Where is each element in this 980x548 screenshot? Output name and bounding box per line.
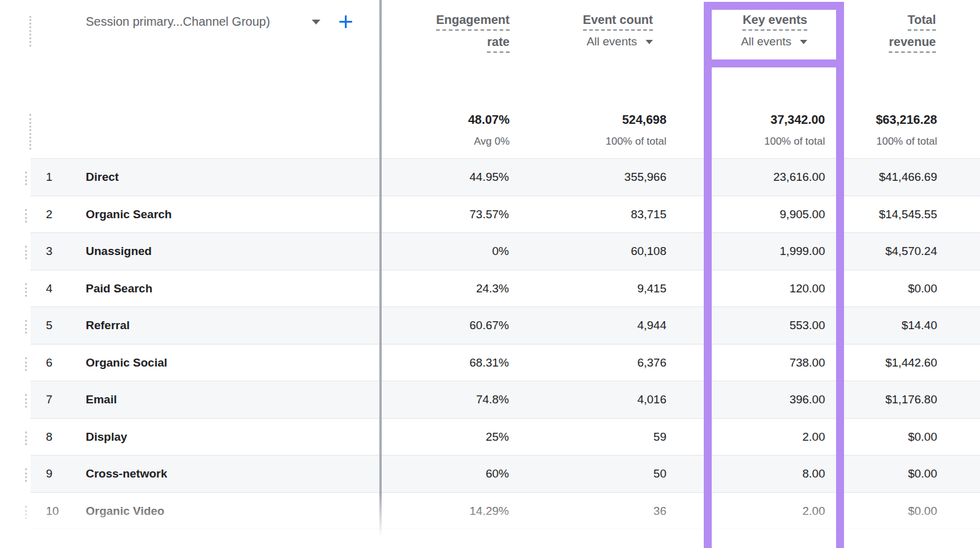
row-index: 2	[46, 196, 53, 233]
total-subtext: 100% of total	[876, 135, 937, 148]
engagement-rate-value: 68.31%	[470, 344, 509, 381]
channel-name: Unassigned	[86, 233, 152, 270]
row-index: 6	[46, 344, 53, 381]
engagement-rate-value: 44.95%	[470, 159, 509, 196]
column-header-label[interactable]: Engagement	[436, 13, 510, 31]
key-events-value: 9,905.00	[780, 196, 825, 233]
total-revenue-value: $4,570.24	[885, 233, 937, 270]
column-header-total-revenue[interactable]: Total revenue	[889, 13, 936, 57]
channel-name: Paid Search	[86, 270, 153, 307]
channel-name: Organic Search	[86, 196, 172, 233]
column-header-label[interactable]: revenue	[889, 35, 936, 53]
totals-event-count: 524,698 100% of total	[606, 113, 666, 148]
event-count-value: 59	[654, 419, 666, 455]
total-revenue-value: $1,176.80	[885, 381, 937, 418]
crop-artifact-dashes	[25, 394, 27, 408]
total-subtext: Avg 0%	[468, 135, 510, 148]
highlight-bar-right	[836, 67, 844, 548]
engagement-rate-value: 60.67%	[470, 307, 509, 344]
ga4-traffic-acquisition-table: Session primary...Channel Group) Engagem…	[0, 0, 980, 548]
totals-engagement-rate: 48.07% Avg 0%	[468, 113, 510, 148]
engagement-rate-value: 24.3%	[476, 270, 509, 307]
total-value: 37,342.00	[764, 113, 825, 127]
key-events-value: 120.00	[790, 270, 825, 307]
key-events-value: 1,999.00	[780, 233, 825, 270]
event-count-value: 60,108	[631, 233, 666, 270]
engagement-rate-value: 25%	[486, 419, 509, 455]
engagement-rate-value: 0%	[492, 233, 509, 270]
channel-name: Direct	[86, 159, 119, 196]
crop-artifact-dashes	[25, 283, 27, 297]
dimension-header-session-primary-channel-group[interactable]: Session primary...Channel Group)	[86, 15, 270, 29]
total-revenue-value: $14,545.55	[879, 196, 937, 233]
crop-artifact-dashes	[29, 16, 31, 47]
caret-down-icon	[646, 40, 653, 44]
highlight-box-key-events-header	[704, 2, 844, 67]
crop-artifact-dashes	[25, 320, 27, 333]
crop-artifact-dashes	[25, 172, 27, 185]
total-value: 524,698	[606, 113, 666, 127]
total-revenue-value: $0.00	[908, 270, 937, 307]
event-count-value: 9,415	[637, 270, 666, 307]
total-revenue-value: $0.00	[908, 419, 937, 455]
event-count-value: 83,715	[631, 196, 666, 233]
highlight-bar-left	[704, 67, 712, 548]
column-header-engagement-rate[interactable]: Engagement rate	[436, 13, 510, 57]
row-index: 8	[46, 419, 53, 455]
add-dimension-button[interactable]	[339, 15, 352, 28]
total-revenue-value: $14.40	[902, 307, 937, 344]
channel-name: Referral	[86, 307, 130, 344]
crop-artifact-dashes	[25, 209, 27, 223]
key-events-value: 2.00	[802, 419, 825, 455]
engagement-rate-value: 60%	[486, 455, 509, 492]
key-events-value: 738.00	[790, 344, 825, 381]
event-count-value: 355,966	[624, 159, 666, 196]
row-index: 1	[46, 159, 53, 196]
crop-artifact-dashes	[25, 468, 27, 482]
total-value: 48.07%	[468, 113, 510, 127]
key-events-value: 553.00	[790, 307, 825, 344]
key-events-value: 8.00	[802, 455, 825, 492]
crop-artifact-dashes	[29, 114, 31, 150]
row-index: 4	[46, 270, 53, 307]
event-count-value: 50	[654, 455, 666, 492]
channel-name: Display	[86, 419, 127, 455]
totals-key-events: 37,342.00 100% of total	[764, 113, 825, 148]
row-index: 5	[46, 307, 53, 344]
column-header-label[interactable]: rate	[487, 35, 510, 53]
column-header-label[interactable]: Event count	[583, 13, 653, 31]
engagement-rate-value: 74.8%	[476, 381, 509, 418]
totals-total-revenue: $63,216.28 100% of total	[876, 113, 937, 148]
row-index: 7	[46, 381, 53, 418]
engagement-rate-value: 73.57%	[470, 196, 509, 233]
column-header-label[interactable]: Total	[908, 13, 936, 31]
total-subtext: 100% of total	[606, 135, 666, 148]
crop-artifact-dashes	[25, 246, 27, 259]
column-header-event-count[interactable]: Event count All events	[583, 13, 653, 48]
crop-artifact-dashes	[25, 432, 27, 445]
event-count-value: 4,016	[637, 381, 666, 418]
total-revenue-value: $0.00	[908, 455, 937, 492]
column-divider	[379, 0, 382, 548]
event-count-value: 6,376	[637, 344, 666, 381]
total-revenue-value: $41,466.69	[879, 159, 937, 196]
event-count-scope-dropdown[interactable]: All events	[583, 35, 653, 48]
channel-name: Organic Social	[86, 344, 167, 381]
total-subtext: 100% of total	[764, 135, 825, 148]
crop-artifact-dashes	[25, 357, 27, 371]
row-index: 9	[46, 455, 53, 492]
key-events-value: 23,616.00	[773, 159, 825, 196]
bottom-fade	[0, 493, 980, 548]
total-value: $63,216.28	[876, 113, 937, 127]
caret-down-icon[interactable]	[312, 20, 320, 25]
row-index: 3	[46, 233, 53, 270]
channel-name: Cross-network	[86, 455, 167, 492]
key-events-value: 396.00	[790, 381, 825, 418]
channel-name: Email	[86, 381, 117, 418]
event-count-value: 4,944	[637, 307, 666, 344]
total-revenue-value: $1,442.60	[885, 344, 937, 381]
